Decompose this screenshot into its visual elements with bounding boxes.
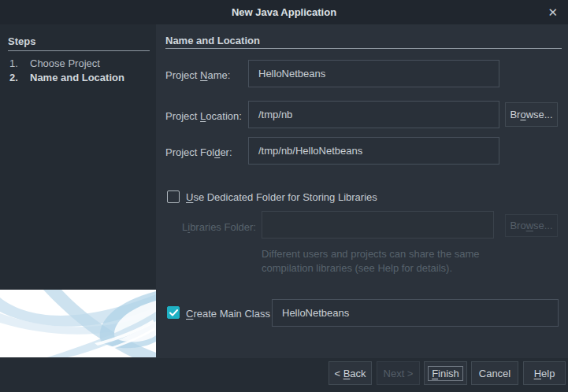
finish-button[interactable]: Finish xyxy=(424,361,467,385)
browse-libraries-label: Browse... xyxy=(510,220,552,231)
button-bar: < Back Next > Finish Cancel Help xyxy=(0,358,568,392)
step-label: Name and Location xyxy=(30,72,124,83)
project-name-label: Project Name: xyxy=(165,69,230,81)
dedicated-folder-checkbox-label: Use Dedicated Folder for Storing Librari… xyxy=(186,191,377,203)
step-number: 1. xyxy=(9,57,18,69)
browse-libraries-button: Browse... xyxy=(505,214,558,237)
next-button: Next > xyxy=(377,361,420,385)
create-main-class-checkbox[interactable] xyxy=(167,306,180,319)
project-name-input[interactable] xyxy=(248,60,499,87)
steps-heading-rule xyxy=(8,50,150,51)
close-icon[interactable]: ✕ xyxy=(548,0,558,24)
project-location-input[interactable] xyxy=(248,101,499,128)
check-icon xyxy=(169,309,178,316)
next-button-label: Next > xyxy=(384,368,414,379)
new-java-application-dialog: New Java Application ✕ Steps 1. Choose P… xyxy=(0,0,568,392)
step-choose-project: 1. Choose Project xyxy=(0,57,156,70)
title-bar: New Java Application ✕ xyxy=(0,0,568,24)
finish-button-label: Finish xyxy=(428,366,463,381)
step-label: Choose Project xyxy=(30,57,100,69)
step-number: 2. xyxy=(9,72,18,83)
panel-heading-rule xyxy=(165,48,562,49)
step-name-and-location: 2. Name and Location xyxy=(0,72,156,84)
back-button[interactable]: < Back xyxy=(329,361,372,385)
libraries-folder-input xyxy=(262,211,494,239)
project-location-label: Project Location: xyxy=(165,110,242,122)
main-class-input[interactable] xyxy=(272,299,559,327)
project-folder-input[interactable] xyxy=(248,137,499,165)
browse-location-button[interactable]: Browse... xyxy=(505,102,558,127)
back-button-label: < Back xyxy=(334,368,366,379)
cancel-button-label: Cancel xyxy=(479,368,510,379)
help-button-label: Help xyxy=(534,368,555,379)
help-button[interactable]: Help xyxy=(523,361,566,385)
steps-sidebar: Steps 1. Choose Project 2. Name and Loca… xyxy=(0,24,156,358)
libraries-hint-line1: Different users and projects can share t… xyxy=(262,248,480,260)
dedicated-folder-checkbox[interactable] xyxy=(167,190,180,203)
netbeans-swoosh-image xyxy=(0,290,156,357)
dialog-title: New Java Application xyxy=(232,6,336,18)
libraries-hint-line2: compilation libraries (see Help for deta… xyxy=(262,262,452,274)
panel-heading: Name and Location xyxy=(165,35,260,46)
wizard-content-panel: Name and Location Project Name: Project … xyxy=(156,24,568,358)
cancel-button[interactable]: Cancel xyxy=(471,361,518,385)
create-main-class-label: Create Main Class xyxy=(186,308,270,320)
libraries-folder-label: Libraries Folder: xyxy=(182,221,256,233)
project-folder-label: Project Folder: xyxy=(165,146,232,158)
steps-heading: Steps xyxy=(8,35,35,47)
browse-location-label: Browse... xyxy=(510,109,552,120)
